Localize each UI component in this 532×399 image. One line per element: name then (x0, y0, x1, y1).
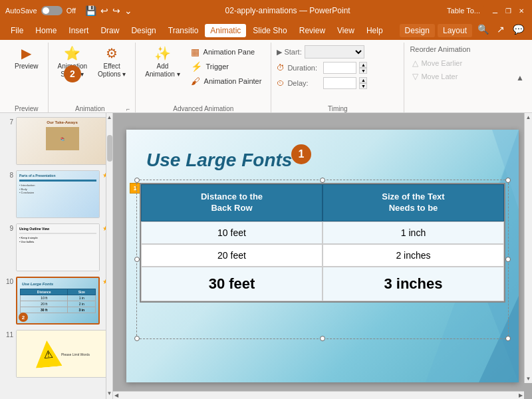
table-cell-1-2: 1 inch (323, 221, 504, 244)
customize-icon[interactable]: ⌄ (124, 5, 132, 16)
canvas-scroll-up[interactable]: ▲ (525, 113, 532, 122)
move-later-button[interactable]: ▽ Move Later (410, 70, 470, 82)
share-icon[interactable]: ↗ (494, 24, 507, 37)
delay-label: Delay: (287, 79, 321, 87)
slide-item-8[interactable]: 8 Parts of a Presentation • Introduction… (3, 169, 110, 219)
handle-bl[interactable] (134, 336, 140, 341)
slide-number-10: 10 (4, 278, 13, 285)
start-select[interactable] (305, 45, 364, 59)
data-table[interactable]: Distance to theBack Row Size of the Text… (140, 183, 505, 303)
menu-design[interactable]: Design (126, 24, 161, 37)
slide-thumb-10[interactable]: Use Large Fonts DistanceSize 10 ft1 in 2… (16, 277, 100, 325)
menu-animations[interactable]: Animatic (205, 24, 246, 37)
slide-canvas[interactable]: Use Large Fonts 1 1 Distance to theBack … (126, 130, 519, 382)
slide-thumb-9[interactable]: Using Outline View • Keep it simple• Use… (16, 223, 100, 271)
scroll-thumb[interactable] (107, 135, 112, 162)
menu-context-layout[interactable]: Layout (438, 24, 472, 37)
menu-view[interactable]: View (332, 24, 360, 37)
start-label: ▶ Start: (277, 48, 301, 57)
animation-pane-icon: ▦ (191, 47, 200, 57)
canvas-scrollbar-h[interactable]: ◀ ▶ (113, 391, 524, 399)
slide-panel-scrollbar[interactable]: ▲ ▼ (106, 113, 112, 399)
move-earlier-button[interactable]: △ Move Earlier (410, 57, 470, 69)
add-animation-button[interactable]: ✨ AddAnimation ▾ (141, 43, 184, 81)
save-icon[interactable]: 💾 (85, 5, 96, 16)
ribbon-group-timing: ▶ Start: ⏱ Duration: 01,00 ▲ ▼ ⏲ (271, 43, 404, 112)
delay-up-button[interactable]: ▲ (359, 77, 367, 83)
maximize-button[interactable]: ❐ (503, 5, 513, 16)
slide-thumb-8[interactable]: Parts of a Presentation • Introduction• … (16, 170, 100, 218)
slide-item-10[interactable]: 10 Use Large Fonts DistanceSize 10 ft1 i… (3, 275, 110, 326)
search-icon[interactable]: 🔍 (475, 24, 491, 37)
delay-input[interactable]: 00,00 (323, 77, 356, 89)
handle-bc[interactable] (320, 336, 325, 341)
ribbon-right: ▲ (513, 43, 527, 112)
table-cell-2-1: 20 feet (141, 244, 323, 267)
slide-list: 7 Our Take-Aways 📚 8 Parts of a Presenta… (0, 113, 112, 382)
canvas-scroll-down[interactable]: ▼ (525, 374, 532, 383)
menu-context-design[interactable]: Design (400, 24, 435, 37)
menu-draw[interactable]: Draw (95, 24, 124, 37)
redo-icon[interactable]: ↪ (112, 5, 120, 16)
duration-icon: ⏱ (277, 63, 285, 72)
duration-spinner[interactable]: ▲ ▼ (359, 62, 367, 74)
comment-icon[interactable]: 💬 (510, 24, 527, 37)
scroll-up-button[interactable]: ▲ (106, 113, 113, 122)
menu-help[interactable]: Help (361, 24, 388, 37)
autosave-toggle[interactable] (41, 6, 63, 15)
delay-down-button[interactable]: ▼ (359, 83, 367, 89)
canvas-scrollbar-v[interactable]: ▲ ▼ (524, 113, 532, 383)
add-animation-icon: ✨ (154, 45, 171, 61)
handle-tl[interactable] (134, 178, 140, 183)
handle-ml[interactable] (134, 257, 140, 262)
ribbon-group-preview: ▶ Preview Preview (5, 43, 49, 112)
slide-thumb-7[interactable]: Our Take-Aways 📚 (16, 117, 108, 165)
canvas-scroll-right[interactable]: ▶ (517, 391, 524, 399)
canvas-scroll-left[interactable]: ◀ (113, 391, 120, 399)
duration-down-button[interactable]: ▼ (359, 68, 367, 74)
menu-transitions[interactable]: Transitio (163, 24, 204, 37)
animation-painter-button[interactable]: 🖌 Animation Painter (187, 74, 266, 88)
animation-pane-label: Animation Pane (203, 48, 255, 56)
menu-home[interactable]: Home (30, 24, 62, 37)
ribbon: ▶ Preview Preview ⭐ AnimationStyles ▾ 2 … (0, 40, 532, 113)
delay-spinner[interactable]: ▲ ▼ (359, 77, 367, 89)
preview-button[interactable]: ▶ Preview (11, 43, 43, 73)
slide-item-9[interactable]: 9 Using Outline View • Keep it simple• U… (3, 222, 110, 273)
trigger-button[interactable]: ⚡ Trigger (187, 60, 266, 73)
slide-item-7[interactable]: 7 Our Take-Aways 📚 (3, 116, 110, 166)
animation-expand-button[interactable]: ⌐ (126, 106, 130, 112)
animation-styles-button[interactable]: ⭐ AnimationStyles ▾ 2 (54, 43, 91, 81)
handle-tc[interactable] (320, 178, 325, 183)
menu-review[interactable]: Review (294, 24, 331, 37)
effect-options-button[interactable]: ⚙ EffectOptions ▾ (94, 43, 130, 81)
collapse-ribbon-button[interactable]: ▲ (513, 70, 527, 85)
table-row-2: 20 feet 2 inches (141, 244, 504, 267)
undo-icon[interactable]: ↩ (100, 5, 108, 16)
scroll-down-button[interactable]: ▼ (106, 389, 113, 398)
menu-bar: File Home Insert Draw Design Transitio A… (0, 21, 532, 40)
move-earlier-label: Move Earlier (421, 59, 462, 67)
menu-file[interactable]: File (5, 24, 29, 37)
menu-insert[interactable]: Insert (63, 24, 94, 37)
slide-item-11[interactable]: 11 ⚠ Please Limit Words (3, 329, 110, 379)
slide-title: Use Large Fonts (146, 150, 292, 171)
slide-number-11: 11 (4, 331, 13, 338)
slide-thumb-11[interactable]: ⚠ Please Limit Words (16, 330, 108, 378)
slide-animation-badge-1: 1 (291, 144, 311, 164)
ribbon-content: ▶ Preview Preview ⭐ AnimationStyles ▾ 2 … (0, 40, 532, 112)
table-row-1: 10 feet 1 inch (141, 221, 504, 244)
table-cell-3-1: 30 feet (141, 267, 323, 301)
animation-pane-button[interactable]: ▦ Animation Pane (187, 45, 266, 59)
duration-up-button[interactable]: ▲ (359, 62, 367, 68)
minimize-button[interactable]: ⚊ (489, 5, 500, 16)
duration-input[interactable]: 01,00 (323, 62, 356, 74)
menu-slideshow[interactable]: Slide Sho (247, 24, 292, 37)
animation-painter-icon: 🖌 (191, 76, 200, 86)
animation-styles-icon: ⭐ (64, 45, 80, 61)
close-button[interactable]: ✕ (516, 5, 527, 16)
window-controls: ⚊ ❐ ✕ (489, 5, 527, 16)
table-header-row: Distance to theBack Row Size of the Text… (141, 184, 504, 221)
autosave-label: AutoSave (5, 7, 37, 15)
add-animation-label: AddAnimation ▾ (145, 63, 180, 78)
